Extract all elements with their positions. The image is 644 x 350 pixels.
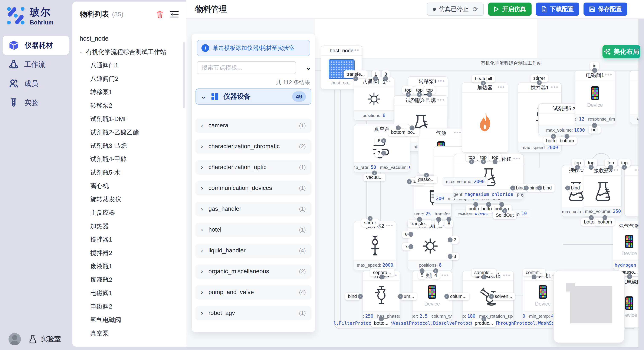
port-chip[interactable]: vacuu...› xyxy=(363,174,385,181)
port-chip[interactable]: botto...› xyxy=(371,319,391,327)
port-chip[interactable]: 2‹ xyxy=(451,236,459,244)
materials-scrollbar[interactable] xyxy=(183,42,185,108)
port-chip[interactable]: bind‹ xyxy=(540,184,554,192)
port-dot-icon[interactable]: ‹ xyxy=(448,254,452,259)
tree-item[interactable]: 氢气电磁阀 xyxy=(72,313,186,327)
port-dot-icon[interactable]: › xyxy=(575,165,580,170)
tree-item[interactable]: 八通阀门1 xyxy=(72,59,186,72)
collapse-list-icon[interactable] xyxy=(170,11,179,18)
port-chip[interactable]: sample...› xyxy=(472,269,496,276)
port-chip[interactable]: top› xyxy=(572,159,584,167)
port-dot-icon[interactable]: › xyxy=(532,275,537,279)
port-chip[interactable]: bo...› xyxy=(405,128,420,136)
save-config-button[interactable]: 保存配置 xyxy=(584,2,628,16)
port-chip[interactable]: colum...‹ xyxy=(447,293,469,300)
node-menu-icon[interactable]: ••• xyxy=(503,272,511,279)
user-avatar[interactable] xyxy=(8,333,21,345)
palette-collapse-icon[interactable]: ⌄ xyxy=(306,63,312,71)
port-dot-icon[interactable]: › xyxy=(589,215,594,220)
port-dot-icon[interactable]: › xyxy=(420,268,425,273)
port-chip[interactable]: 7› xyxy=(375,149,383,157)
tree-item[interactable]: 试剂瓶4-甲醇 xyxy=(72,153,186,166)
graph-node[interactable]: 八通阀门1•••positions: 8 xyxy=(354,77,394,121)
template-row[interactable]: ›gas_handler(1) xyxy=(196,202,311,216)
port-chip[interactable]: um...‹ xyxy=(401,293,417,300)
port-chip[interactable]: 7› xyxy=(402,243,410,250)
port-chip[interactable]: 5› xyxy=(418,271,426,279)
port-dot-icon[interactable]: › xyxy=(353,76,358,81)
tree-item[interactable]: 电磁阀1 xyxy=(72,286,186,300)
port-chip[interactable]: top› xyxy=(605,159,617,167)
tree-item[interactable]: 废液瓶2 xyxy=(72,273,186,286)
sidebar-item-members[interactable]: 成员 xyxy=(0,74,72,93)
template-row[interactable]: ›camera(1) xyxy=(196,119,311,132)
tree-item-workstation[interactable]: ⌄ 有机化学流程综合测试工作站 xyxy=(72,45,186,59)
port-dot-icon[interactable]: › xyxy=(481,81,486,85)
minimap[interactable] xyxy=(553,271,624,343)
template-row[interactable]: ›communication_devices(1) xyxy=(196,181,311,195)
port-dot-icon[interactable]: › xyxy=(502,208,507,213)
port-chip[interactable]: 4› xyxy=(432,271,440,279)
port-chip[interactable]: gasso...› xyxy=(415,176,437,183)
node-menu-icon[interactable]: ••• xyxy=(438,78,445,84)
port-dot-icon[interactable]: › xyxy=(627,274,632,279)
port-chip[interactable]: top› xyxy=(466,154,478,161)
port-chip[interactable]: top› xyxy=(618,159,630,167)
port-dot-icon[interactable]: › xyxy=(436,217,441,222)
port-chip[interactable]: 8› xyxy=(382,70,390,78)
tree-item[interactable]: 搅拌器2 xyxy=(72,246,186,260)
port-dot-icon[interactable]: › xyxy=(372,171,377,175)
port-dot-icon[interactable]: › xyxy=(406,92,411,97)
graph-node[interactable]: 加热器••• xyxy=(462,82,508,153)
node-menu-icon[interactable]: ••• xyxy=(551,84,558,90)
port-dot-icon[interactable]: ‹ xyxy=(537,186,542,190)
vertical-scrollbar[interactable] xyxy=(638,19,644,348)
port-dot-icon[interactable]: › xyxy=(408,232,413,237)
port-dot-icon[interactable]: › xyxy=(589,165,594,170)
node-menu-icon[interactable]: ••• xyxy=(513,155,521,162)
template-row[interactable]: ›hotel(1) xyxy=(196,223,311,236)
node-menu-icon[interactable]: ••• xyxy=(498,84,505,90)
port-chip[interactable]: bind‹ xyxy=(568,184,583,192)
port-dot-icon[interactable]: ‹ xyxy=(444,294,449,299)
port-chip[interactable]: SolidOut› xyxy=(493,211,516,219)
template-row[interactable]: ›characterization_optic(1) xyxy=(196,160,311,174)
port-dot-icon[interactable]: › xyxy=(602,215,607,220)
node-menu-icon[interactable]: ••• xyxy=(442,272,449,279)
tree-item[interactable]: 搅拌器1 xyxy=(72,233,186,246)
refresh-icon[interactable]: ⟳ xyxy=(472,5,478,13)
port-chip[interactable]: produc...› xyxy=(472,319,496,327)
tree-item[interactable]: 主反应器 xyxy=(72,206,186,219)
search-input[interactable] xyxy=(197,61,296,74)
port-chip[interactable]: top› xyxy=(585,159,597,167)
start-simulation-button[interactable]: 开启仿真 xyxy=(488,2,532,16)
port-dot-icon[interactable]: ‹ xyxy=(524,186,528,190)
port-chip[interactable]: top› xyxy=(489,154,501,161)
port-chip[interactable]: centrif...› xyxy=(523,269,545,276)
node-menu-icon[interactable]: ••• xyxy=(386,222,393,229)
sidebar-item-workflow[interactable]: 工作流 xyxy=(0,55,72,74)
template-row[interactable]: ›robot_agv(1) xyxy=(196,306,311,320)
sidebar-item-experiments[interactable]: 实验 xyxy=(0,93,72,112)
port-chip[interactable]: 8› xyxy=(445,220,453,227)
port-dot-icon[interactable]: › xyxy=(592,123,597,128)
sidebar-item-instruments[interactable]: 仪器耗材 xyxy=(2,36,69,55)
lab-entry[interactable]: 实验室 xyxy=(28,335,61,344)
port-dot-icon[interactable]: › xyxy=(608,165,613,170)
port-dot-icon[interactable]: › xyxy=(493,159,498,164)
port-chip[interactable]: solven...‹ xyxy=(492,293,515,300)
port-dot-icon[interactable]: › xyxy=(417,217,422,222)
port-dot-icon[interactable]: ‹ xyxy=(489,294,494,299)
tree-item[interactable]: 电磁阀2 xyxy=(72,300,186,313)
port-chip[interactable]: 1› xyxy=(372,70,380,78)
port-dot-icon[interactable]: › xyxy=(427,92,432,97)
port-chip[interactable]: out› xyxy=(589,126,601,134)
port-dot-icon[interactable]: › xyxy=(481,316,486,321)
graph-node[interactable]: 八通阀门2•••positions: 8 xyxy=(408,221,453,270)
tree-item[interactable]: 旋转蒸发仪 xyxy=(72,193,186,206)
simulation-status[interactable]: 仿真已停止 ⟳ xyxy=(427,2,484,16)
port-dot-icon[interactable]: › xyxy=(424,173,429,177)
tree-item[interactable]: 试剂瓶5-水 xyxy=(72,166,186,179)
port-dot-icon[interactable]: › xyxy=(481,275,486,279)
template-row[interactable]: ›organic_miscellaneous(2) xyxy=(196,265,311,278)
